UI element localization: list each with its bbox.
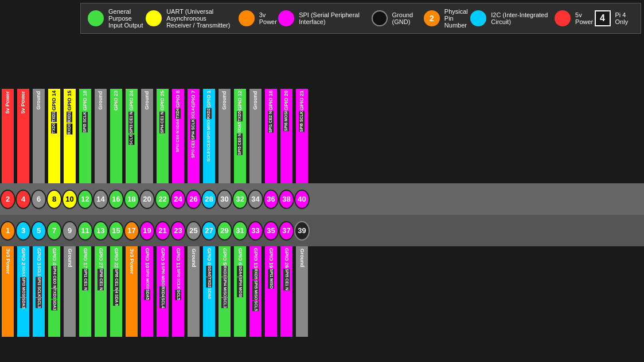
pin-bot-29: GPIO 5 RXD3 SPI4 MISO SCL3 <box>217 246 232 341</box>
i2c-icon <box>470 10 486 26</box>
legend-panel: General Purpose Input Output UART (Unive… <box>80 3 641 34</box>
pin-bot-15: GPIO 22 SPI6 CE1 N 4 SDA 6 <box>108 246 124 341</box>
legend-item-3v: 3v Power <box>239 10 278 26</box>
pin-bot-19: GPIO 10 SPI0 MOSI SDA5 <box>139 246 155 341</box>
pin-37-circle: 37 <box>279 221 294 241</box>
even-numbers-row: 2 4 6 8 10 12 14 16 18 20 22 24 26 28 30… <box>0 183 644 215</box>
pin-bot-9: Ground <box>62 246 77 341</box>
pin-21-circle: 21 <box>155 221 170 241</box>
pin-33-circle: 33 <box>248 221 263 241</box>
pin-col-12: GPIO 18 SPI5 SCLK <box>77 89 93 183</box>
pin-col-6: Ground <box>31 89 46 183</box>
pin-col-22: GPIO 25 SPI4 CE1 N <box>155 89 170 183</box>
pin-24-circle: 24 <box>170 190 186 209</box>
pin-col-14: Ground <box>93 89 108 183</box>
legend-item-pi4: 4 Pi 4 Only <box>595 10 634 26</box>
5v-label: 5v Power <box>575 11 594 25</box>
pin-26-circle: 26 <box>186 190 201 209</box>
pin-col-8: GPIO 14 TXD1 TXD0 <box>46 89 62 183</box>
pi4-label: Pi 4 Only <box>615 11 634 25</box>
pin-40-circle: 40 <box>294 190 310 209</box>
pin-bot-13: GPIO 27 SPI6 CE1 N <box>93 246 108 341</box>
pin-28-circle: 28 <box>201 190 217 209</box>
pin-bot-37: GPIO 26 SPI5 CE1 N <box>279 246 294 341</box>
pin-38-circle: 38 <box>279 190 294 209</box>
pin-25-circle: 25 <box>186 221 201 241</box>
pin-col-2: 5v Power <box>0 89 15 183</box>
uart-icon <box>146 10 162 26</box>
pin-5-circle: 5 <box>31 221 46 241</box>
pin-col-26: GPIO 7 SCL4 SPI4 SCLK SPI0 CE1 <box>186 89 201 183</box>
pin-2-circle: 2 <box>0 190 15 209</box>
pin-11-circle: 11 <box>77 221 93 241</box>
pin-36-circle: 36 <box>263 190 279 209</box>
legend-item-i2c: I2C (Inter-Integrated Circuit) <box>470 10 555 26</box>
pin-col-36: GPIO 16 SPI1 CE2 N <box>263 89 279 183</box>
pin-14-circle: 14 <box>93 190 108 209</box>
3v-icon <box>239 10 255 26</box>
pin-3-circle: 3 <box>15 221 31 241</box>
pin-bot-1: 3v3 Power <box>0 246 15 341</box>
top-labels-row: 5v Power 5v Power Ground GPIO 14 TXD1 TX… <box>0 89 644 183</box>
legend-item-gnd: Ground (GND) <box>372 10 424 26</box>
pin-32-circle: 32 <box>232 190 248 209</box>
legend-item-5v: 5v Power <box>555 10 594 26</box>
pin-col-10: GPIO 15 RXD1 RXD0 <box>62 89 77 183</box>
phys-label: Physical PinNumber <box>444 8 470 29</box>
pin-16-circle: 16 <box>108 190 124 209</box>
pin-6-circle: 6 <box>31 190 46 209</box>
pin-bot-25: Ground <box>186 246 201 341</box>
gpio-diagram: 5v Power 5v Power Ground GPIO 14 TXD1 TX… <box>0 89 644 362</box>
pin-bot-39: Ground <box>294 246 310 341</box>
pin-col-30: Ground <box>217 89 232 183</box>
spi-label: SPI (Serial Peripheral Interface) <box>299 11 371 25</box>
pi4-icon: 4 <box>595 10 611 26</box>
pin-23-circle: 23 <box>170 221 186 241</box>
pin-col-40: GPIO 21 SPI6 SCLK <box>294 89 310 183</box>
pin-7-circle: 7 <box>46 221 62 241</box>
pin-bot-7: GPIO 4 SPI4 CEO N TXD3 SDA3 <box>46 246 62 341</box>
pin-4-circle: 4 <box>15 190 31 209</box>
pin-1-circle: 1 <box>0 221 15 241</box>
i2c-label: I2C (Inter-Integrated Circuit) <box>491 11 555 25</box>
pin-col-28: GPIO 1 RXD2 SPI3 MISO SCL0 SCL6 <box>201 89 217 183</box>
pin-29-circle: 29 <box>217 221 232 241</box>
uart-label: UART (Universal Asynchronous Receiver / … <box>166 8 239 29</box>
pin-col-34: Ground <box>248 89 263 183</box>
pin-8-circle: 8 <box>46 190 62 209</box>
legend-item-spi: SPI (Serial Peripheral Interface) <box>278 10 371 26</box>
pin-31-circle: 31 <box>232 221 248 241</box>
pin-bot-27: GPIO 0 SDA6 TXD2 SDA0 <box>201 246 217 341</box>
pin-35-circle: 35 <box>263 221 279 241</box>
pin-bot-21: GPIO 9 SPI0 MISO RXD4 SCL4 <box>155 246 170 341</box>
spi-icon <box>278 10 294 26</box>
3v-label: 3v Power <box>259 11 278 25</box>
pin-bot-11: GPIO 17 SPI1 CE1 N <box>77 246 93 341</box>
legend-item-uart: UART (Universal Asynchronous Receiver / … <box>146 8 239 29</box>
pin-19-circle: 19 <box>139 221 155 241</box>
pin-18-circle: 18 <box>124 190 139 209</box>
pin-12-circle: 12 <box>77 190 93 209</box>
pin-20-circle: 20 <box>139 190 155 209</box>
pin-27-circle: 27 <box>201 221 217 241</box>
pin-bot-35: GPIO 19 SPI1 MISO <box>263 246 279 341</box>
pin-9-circle: 9 <box>62 221 77 241</box>
5v-icon <box>555 10 571 26</box>
gpio-icon <box>88 10 104 26</box>
pin-bot-17: 3v3 Power <box>124 246 139 341</box>
legend-item-gpio: General Purpose Input Output <box>88 8 146 29</box>
odd-numbers-row: 1 3 5 7 9 11 13 15 17 19 21 23 25 27 29 … <box>0 215 644 246</box>
pin-39-circle: 39 <box>294 221 310 241</box>
pin-bot-33: GPIO 13 RXD5 SPI5 MISO SCL5 <box>248 246 263 341</box>
pin-22-circle: 22 <box>155 190 170 209</box>
gnd-icon <box>372 10 388 26</box>
bottom-labels-row: 3v3 Power GPIO 2 SDA1 SPI3 MOSI SDA3 GPI… <box>0 246 644 341</box>
pin-10-circle: 10 <box>62 190 77 209</box>
pin-30-circle: 30 <box>217 190 232 209</box>
pin-col-20: Ground <box>139 89 155 183</box>
legend-item-phys: 2 Physical PinNumber <box>424 8 470 29</box>
pin-col-18: GPIO 24 SPI3 CE1 N SCL6 <box>124 89 139 183</box>
phys-icon: 2 <box>424 10 440 26</box>
pin-15-circle: 15 <box>108 221 124 241</box>
pin-bot-31: GPIO 6 SDA4 SPI4 MOSI <box>232 246 248 341</box>
